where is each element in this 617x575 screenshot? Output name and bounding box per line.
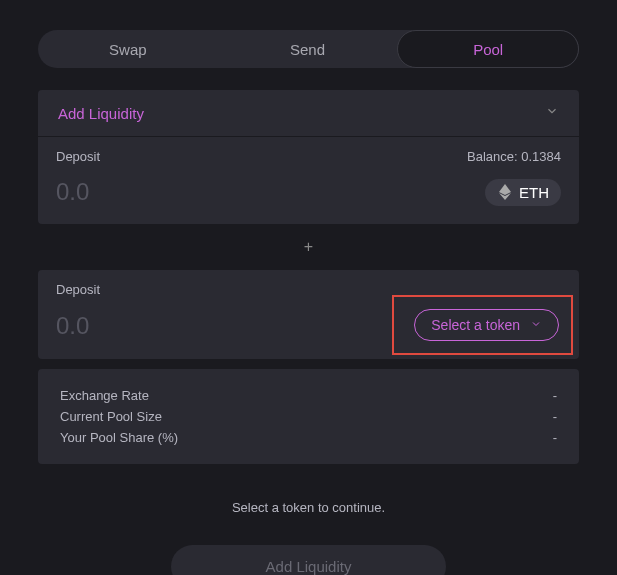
plus-icon: + (38, 224, 579, 270)
stats-box: Exchange Rate - Current Pool Size - Your… (38, 369, 579, 464)
panel-header[interactable]: Add Liquidity (38, 90, 579, 136)
deposit-box-2: Deposit 0.0 Select a token (38, 270, 579, 359)
highlight-box: Select a token (392, 295, 573, 355)
helper-text: Select a token to continue. (38, 500, 579, 515)
svg-marker-0 (499, 184, 511, 195)
liquidity-panel: Add Liquidity Deposit Balance: 0.1384 0.… (38, 90, 579, 224)
balance-label-1: Balance: 0.1384 (467, 149, 561, 164)
deposit-box-1: Deposit Balance: 0.1384 0.0 ETH (38, 136, 579, 224)
pool-size-label: Current Pool Size (60, 409, 162, 424)
tab-send[interactable]: Send (218, 30, 398, 68)
panel-title: Add Liquidity (58, 105, 144, 122)
amount-input-2[interactable]: 0.0 (56, 312, 89, 340)
deposit-label-2: Deposit (56, 282, 100, 297)
amount-input-1[interactable]: 0.0 (56, 178, 89, 206)
token-selector-1[interactable]: ETH (485, 179, 561, 206)
select-token-label: Select a token (431, 317, 520, 333)
token-symbol-1: ETH (519, 184, 549, 201)
pool-size-value: - (553, 409, 557, 424)
pool-share-value: - (553, 430, 557, 445)
tab-swap[interactable]: Swap (38, 30, 218, 68)
pool-share-label: Your Pool Share (%) (60, 430, 178, 445)
exchange-rate-label: Exchange Rate (60, 388, 149, 403)
eth-icon (497, 184, 513, 200)
nav-tabs: Swap Send Pool (38, 30, 579, 68)
chevron-down-icon (545, 104, 559, 122)
tab-pool[interactable]: Pool (397, 30, 579, 68)
add-liquidity-button[interactable]: Add Liquidity (171, 545, 447, 575)
chevron-down-icon (530, 317, 542, 333)
deposit-label-1: Deposit (56, 149, 100, 164)
select-token-button[interactable]: Select a token (414, 309, 559, 341)
exchange-rate-value: - (553, 388, 557, 403)
